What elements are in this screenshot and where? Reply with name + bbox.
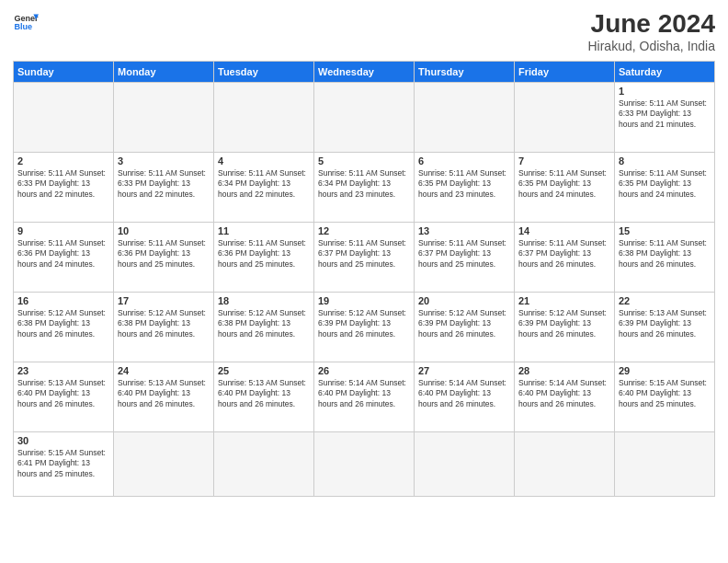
day-number: 1	[619, 86, 711, 97]
table-row: 15Sunrise: 5:11 AM Sunset: 6:38 PM Dayli…	[615, 223, 715, 293]
col-thursday: Thursday	[415, 62, 515, 83]
table-row	[214, 432, 314, 497]
day-info: Sunrise: 5:15 AM Sunset: 6:41 PM Dayligh…	[17, 448, 109, 479]
table-row	[114, 83, 214, 153]
day-number: 9	[17, 225, 109, 236]
day-info: Sunrise: 5:14 AM Sunset: 6:40 PM Dayligh…	[518, 378, 610, 409]
day-info: Sunrise: 5:14 AM Sunset: 6:40 PM Dayligh…	[418, 378, 510, 409]
col-friday: Friday	[515, 62, 615, 83]
table-row: 14Sunrise: 5:11 AM Sunset: 6:37 PM Dayli…	[515, 223, 615, 293]
day-info: Sunrise: 5:12 AM Sunset: 6:39 PM Dayligh…	[318, 308, 410, 339]
day-number: 26	[318, 365, 410, 376]
day-info: Sunrise: 5:11 AM Sunset: 6:37 PM Dayligh…	[418, 238, 510, 270]
col-wednesday: Wednesday	[314, 62, 415, 83]
table-row: 9Sunrise: 5:11 AM Sunset: 6:36 PM Daylig…	[14, 223, 114, 293]
day-info: Sunrise: 5:11 AM Sunset: 6:33 PM Dayligh…	[619, 98, 711, 130]
table-row	[114, 432, 214, 497]
table-row	[214, 83, 314, 153]
day-number: 29	[619, 365, 711, 376]
table-row	[314, 432, 415, 497]
day-info: Sunrise: 5:11 AM Sunset: 6:37 PM Dayligh…	[518, 238, 610, 270]
table-row: 24Sunrise: 5:13 AM Sunset: 6:40 PM Dayli…	[114, 362, 214, 432]
day-number: 28	[518, 365, 610, 376]
day-info: Sunrise: 5:13 AM Sunset: 6:39 PM Dayligh…	[619, 308, 711, 339]
table-row: 29Sunrise: 5:15 AM Sunset: 6:40 PM Dayli…	[615, 362, 715, 432]
table-row: 20Sunrise: 5:12 AM Sunset: 6:39 PM Dayli…	[415, 293, 515, 362]
day-info: Sunrise: 5:11 AM Sunset: 6:37 PM Dayligh…	[318, 238, 410, 270]
day-info: Sunrise: 5:13 AM Sunset: 6:40 PM Dayligh…	[118, 378, 210, 409]
svg-text:Blue: Blue	[14, 22, 32, 31]
day-info: Sunrise: 5:11 AM Sunset: 6:33 PM Dayligh…	[17, 168, 109, 200]
table-row: 30Sunrise: 5:15 AM Sunset: 6:41 PM Dayli…	[14, 432, 114, 497]
col-monday: Monday	[114, 62, 214, 83]
day-number: 6	[418, 155, 510, 167]
table-row: 10Sunrise: 5:11 AM Sunset: 6:36 PM Dayli…	[114, 223, 214, 293]
table-row: 3Sunrise: 5:11 AM Sunset: 6:33 PM Daylig…	[114, 153, 214, 223]
day-info: Sunrise: 5:14 AM Sunset: 6:40 PM Dayligh…	[318, 378, 410, 409]
day-number: 18	[218, 295, 310, 306]
table-row: 21Sunrise: 5:12 AM Sunset: 6:39 PM Dayli…	[515, 293, 615, 362]
table-row: 1Sunrise: 5:11 AM Sunset: 6:33 PM Daylig…	[615, 83, 715, 153]
table-row: 27Sunrise: 5:14 AM Sunset: 6:40 PM Dayli…	[415, 362, 515, 432]
day-number: 13	[418, 225, 510, 236]
day-info: Sunrise: 5:11 AM Sunset: 6:34 PM Dayligh…	[218, 168, 310, 200]
table-row: 6Sunrise: 5:11 AM Sunset: 6:35 PM Daylig…	[415, 153, 515, 223]
day-info: Sunrise: 5:13 AM Sunset: 6:40 PM Dayligh…	[17, 378, 109, 409]
table-row: 19Sunrise: 5:12 AM Sunset: 6:39 PM Dayli…	[314, 293, 415, 362]
day-info: Sunrise: 5:11 AM Sunset: 6:36 PM Dayligh…	[218, 238, 310, 270]
logo-icon: General Blue	[13, 9, 39, 35]
day-number: 7	[518, 155, 610, 167]
day-number: 25	[218, 365, 310, 376]
logo: General Blue	[13, 9, 39, 35]
table-row: 16Sunrise: 5:12 AM Sunset: 6:38 PM Dayli…	[14, 293, 114, 362]
subtitle: Hirakud, Odisha, India	[587, 39, 715, 53]
calendar-header-row: Sunday Monday Tuesday Wednesday Thursday…	[14, 62, 715, 83]
day-number: 10	[118, 225, 210, 236]
day-info: Sunrise: 5:11 AM Sunset: 6:35 PM Dayligh…	[518, 168, 610, 200]
day-number: 2	[17, 155, 109, 167]
day-info: Sunrise: 5:13 AM Sunset: 6:40 PM Dayligh…	[218, 378, 310, 409]
day-info: Sunrise: 5:12 AM Sunset: 6:39 PM Dayligh…	[518, 308, 610, 339]
table-row: 18Sunrise: 5:12 AM Sunset: 6:38 PM Dayli…	[214, 293, 314, 362]
table-row: 26Sunrise: 5:14 AM Sunset: 6:40 PM Dayli…	[314, 362, 415, 432]
table-row	[415, 432, 515, 497]
table-row	[415, 83, 515, 153]
calendar: Sunday Monday Tuesday Wednesday Thursday…	[13, 61, 715, 497]
main-title: June 2024	[587, 9, 715, 39]
table-row: 13Sunrise: 5:11 AM Sunset: 6:37 PM Dayli…	[415, 223, 515, 293]
day-number: 30	[17, 435, 109, 446]
day-info: Sunrise: 5:11 AM Sunset: 6:36 PM Dayligh…	[17, 238, 109, 270]
table-row: 25Sunrise: 5:13 AM Sunset: 6:40 PM Dayli…	[214, 362, 314, 432]
day-info: Sunrise: 5:11 AM Sunset: 6:34 PM Dayligh…	[318, 168, 410, 200]
table-row	[515, 432, 615, 497]
day-info: Sunrise: 5:11 AM Sunset: 6:36 PM Dayligh…	[118, 238, 210, 270]
day-number: 22	[619, 295, 711, 306]
day-number: 14	[518, 225, 610, 236]
day-number: 27	[418, 365, 510, 376]
day-number: 24	[118, 365, 210, 376]
day-number: 5	[318, 155, 410, 167]
table-row: 2Sunrise: 5:11 AM Sunset: 6:33 PM Daylig…	[14, 153, 114, 223]
table-row	[314, 83, 415, 153]
day-number: 23	[17, 365, 109, 376]
day-number: 17	[118, 295, 210, 306]
table-row: 28Sunrise: 5:14 AM Sunset: 6:40 PM Dayli…	[515, 362, 615, 432]
table-row: 22Sunrise: 5:13 AM Sunset: 6:39 PM Dayli…	[615, 293, 715, 362]
day-number: 16	[17, 295, 109, 306]
day-info: Sunrise: 5:12 AM Sunset: 6:38 PM Dayligh…	[118, 308, 210, 339]
table-row	[615, 432, 715, 497]
col-tuesday: Tuesday	[214, 62, 314, 83]
table-row: 5Sunrise: 5:11 AM Sunset: 6:34 PM Daylig…	[314, 153, 415, 223]
day-number: 4	[218, 155, 310, 167]
table-row	[515, 83, 615, 153]
table-row: 11Sunrise: 5:11 AM Sunset: 6:36 PM Dayli…	[214, 223, 314, 293]
day-number: 12	[318, 225, 410, 236]
day-number: 11	[218, 225, 310, 236]
title-section: June 2024 Hirakud, Odisha, India	[587, 9, 715, 53]
table-row: 12Sunrise: 5:11 AM Sunset: 6:37 PM Dayli…	[314, 223, 415, 293]
day-info: Sunrise: 5:12 AM Sunset: 6:38 PM Dayligh…	[218, 308, 310, 339]
table-row	[14, 83, 114, 153]
day-info: Sunrise: 5:11 AM Sunset: 6:33 PM Dayligh…	[118, 168, 210, 200]
header: General Blue June 2024 Hirakud, Odisha, …	[13, 9, 715, 53]
table-row: 7Sunrise: 5:11 AM Sunset: 6:35 PM Daylig…	[515, 153, 615, 223]
